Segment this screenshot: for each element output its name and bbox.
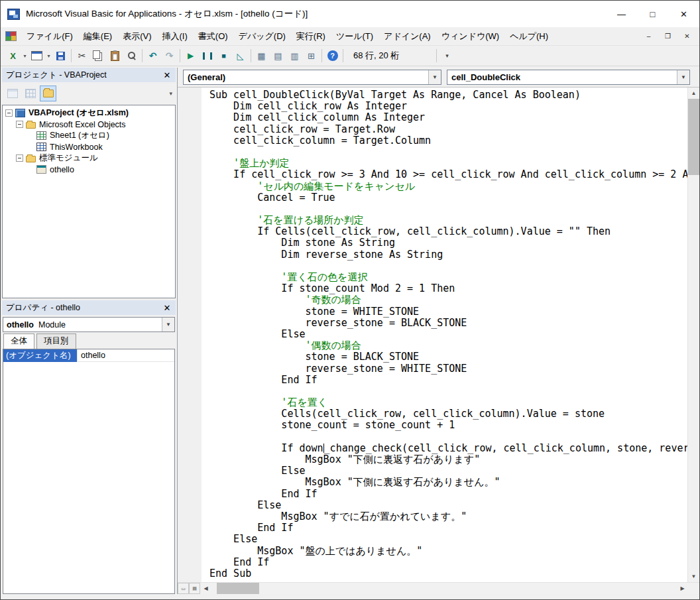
horizontal-scroll-thumb[interactable] [217,583,259,594]
tree-item-label: othello [50,165,74,174]
menu-item[interactable]: 編集(E) [78,28,117,45]
project-panel-close-button[interactable]: ✕ [161,70,173,80]
object-browser-icon[interactable]: ▥ [286,48,303,64]
chevron-down-icon[interactable]: ▼ [162,318,174,331]
properties-tab[interactable]: 項目別 [36,333,76,349]
insert-userform-icon[interactable] [29,48,45,64]
view-code-button[interactable] [4,86,21,101]
run-icon[interactable]: ▶ [182,48,199,64]
undo-icon[interactable]: ↶ [145,48,161,64]
tree-expander-icon[interactable] [16,154,23,162]
code-line: '盤上か判定 [209,158,687,169]
design-mode-icon[interactable]: ◺ [232,48,249,64]
save-icon[interactable] [52,48,69,64]
toolbar-overflow-icon[interactable]: ▾ [439,48,455,64]
procedure-dropdown[interactable]: cell_DoubleClick ▼ [447,70,690,85]
tree-expander-icon[interactable] [5,109,13,117]
code-line: MsgBox "下側に裏返す石がありません。" [209,477,687,488]
mdi-minimize-button[interactable]: – [639,30,658,43]
object-selector-name: othello [7,320,34,330]
view-excel-icon[interactable]: X [5,48,21,64]
redo-icon[interactable]: ↷ [161,48,178,64]
menu-item[interactable]: ヘルプ(H) [504,28,554,45]
tree-item[interactable]: VBAProject (オセロ.xlsm) [3,107,175,119]
menu-item[interactable]: アドイン(A) [379,28,436,45]
properties-window-icon[interactable]: ▤ [270,48,286,64]
vertical-scroll-thumb[interactable] [688,99,699,175]
code-line: 'セル内の編集モードをキャンセル [209,181,687,192]
code-window: (General) ▼ cell_DoubleClick ▼ Sub cell_… [177,68,699,594]
view-object-button[interactable] [22,86,38,101]
tree-item-label: VBAProject (オセロ.xlsm) [29,107,129,119]
property-row[interactable]: (オブジェクト名)othello [3,349,174,362]
menu-item[interactable]: ウィンドウ(W) [436,28,504,45]
property-name-cell[interactable]: (オブジェクト名) [3,349,78,362]
tree-item[interactable]: 標準モジュール [3,152,175,164]
code-editor[interactable]: Sub cell_DoubleClick(ByVal Target As Ran… [202,88,687,582]
tree-item[interactable]: Sheet1 (オセロ) [3,130,175,141]
help-icon[interactable]: ? [324,48,341,64]
view-object-icon [25,89,36,98]
cut-icon[interactable]: ✂ [74,48,90,64]
properties-tab[interactable]: 全体 [3,333,34,349]
document-icon [5,31,17,41]
code-line: MsgBox "下側に裏返す石があります" [209,454,687,465]
find-icon[interactable] [123,48,140,64]
panel-toolbar-overflow-icon[interactable]: ▾ [169,90,174,97]
code-line: If stone_count Mod 2 = 1 Then [209,283,687,294]
tree-item[interactable]: Microsoft Excel Objects [3,119,175,130]
vertical-scroll-track[interactable] [688,175,699,571]
text-caret [323,444,324,453]
menu-item[interactable]: 書式(O) [193,28,233,45]
reset-icon[interactable]: ■ [215,48,232,64]
chevron-down-icon[interactable]: ▼ [677,70,689,84]
project-explorer-icon[interactable]: ▦ [253,48,270,64]
procedure-view-button[interactable]: ▭ [178,583,189,594]
project-tree[interactable]: VBAProject (オセロ.xlsm)Microsoft Excel Obj… [2,105,176,298]
properties-grid[interactable]: (オブジェクト名)othello [3,349,175,594]
sep-2 [142,49,143,62]
property-value-cell[interactable]: othello [78,350,174,361]
margin-indicator-bar[interactable] [178,88,202,582]
object-dropdown[interactable]: (General) ▼ [183,70,441,85]
scroll-up-icon[interactable]: ▲ [688,88,699,99]
menu-item[interactable]: 実行(R) [291,28,331,45]
maximize-button[interactable]: □ [637,1,668,27]
procedure-dropdown-value: cell_DoubleClick [451,72,520,82]
menu-item[interactable]: ツール(T) [331,28,379,45]
mdi-close-button[interactable]: ✕ [677,30,697,43]
view-excel-dropdown[interactable]: ▾ [21,48,29,64]
tree-item[interactable]: ThisWorkbook [3,141,175,152]
code-line: MsgBox "すでに石が置かれています。" [209,511,687,522]
code-line: Else [209,465,687,477]
project-panel-title: プロジェクト - VBAProject [6,70,107,81]
insert-userform-dropdown[interactable]: ▾ [45,48,52,64]
menu-item[interactable]: デバッグ(D) [233,28,291,45]
scroll-down-icon[interactable]: ▼ [688,571,699,582]
paste-icon[interactable] [107,48,123,64]
object-selector[interactable]: othello Module ▼ [3,317,175,332]
mdi-restore-button[interactable]: ❐ [658,30,677,43]
main-area: プロジェクト - VBAProject ✕ ▾ VBAProject (オセロ.… [1,66,699,599]
minimize-button[interactable]: — [606,1,637,27]
horizontal-scroll-track[interactable] [211,583,677,594]
break-icon[interactable] [199,48,215,64]
tree-item[interactable]: othello [3,164,175,175]
menu-item[interactable]: 表示(V) [117,28,156,45]
scroll-left-icon[interactable]: ◀ [200,583,211,594]
menu-item[interactable]: 挿入(I) [157,28,193,45]
menu-item[interactable]: ファイル(F) [21,28,78,45]
chevron-down-icon[interactable]: ▼ [428,70,441,84]
properties-panel-close-button[interactable]: ✕ [161,303,173,313]
tree-item-label: ThisWorkbook [50,143,103,152]
tree-expander-icon[interactable] [16,121,23,128]
code-line [209,204,687,215]
toggle-folders-button[interactable] [40,86,56,101]
close-button[interactable]: ✕ [668,1,699,27]
code-line: If down_change_check(cell_click_row, cel… [209,443,687,454]
full-module-view-button[interactable]: ▤ [189,583,200,594]
copy-icon[interactable] [90,48,107,64]
scroll-right-icon[interactable]: ▶ [677,583,688,594]
toolbox-icon[interactable]: ⊞ [303,48,320,64]
vertical-scrollbar[interactable]: ▲ ▼ [687,88,699,582]
